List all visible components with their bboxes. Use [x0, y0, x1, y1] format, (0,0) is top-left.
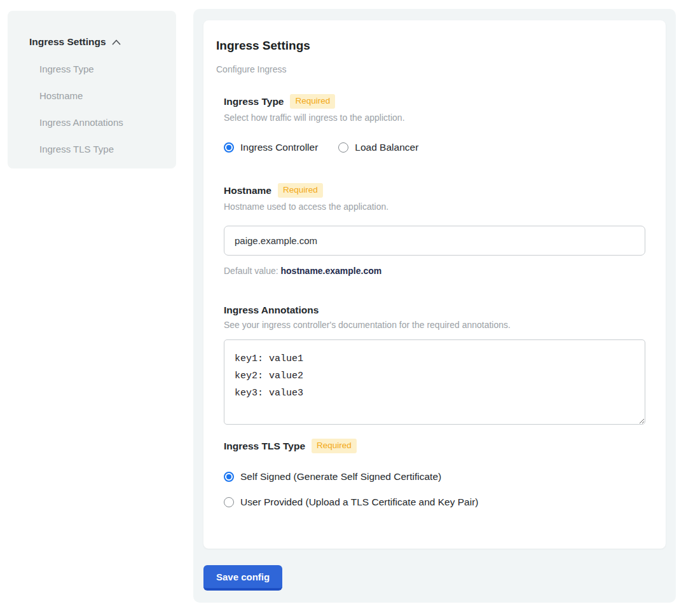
hostname-default-value: Default value: hostname.example.com: [224, 266, 645, 276]
ingress-annotations-label: Ingress Annotations: [224, 304, 319, 316]
radio-unselected-icon[interactable]: [224, 497, 234, 507]
hostname-input[interactable]: [224, 226, 645, 256]
sidebar-item-hostname[interactable]: Hostname: [29, 91, 163, 101]
required-badge: Required: [312, 439, 357, 453]
ingress-tls-type-section: Ingress TLS Type Required Self Signed (G…: [224, 439, 645, 508]
hostname-label: Hostname: [224, 184, 271, 196]
ingress-type-section: Ingress Type Required Select how traffic…: [224, 94, 645, 153]
settings-sidebar: Ingress Settings Ingress Type Hostname I…: [8, 11, 176, 168]
sidebar-item-ingress-annotations[interactable]: Ingress Annotations: [29, 118, 163, 128]
radio-unselected-icon[interactable]: [338, 142, 348, 153]
radio-label[interactable]: Load Balancer: [355, 142, 418, 153]
radio-label[interactable]: Ingress Controller: [240, 142, 318, 153]
radio-option-self-signed[interactable]: Self Signed (Generate Self Signed Certif…: [224, 471, 645, 483]
chevron-up-icon: [112, 39, 121, 45]
hostname-help: Hostname used to access the application.: [224, 202, 645, 212]
ingress-tls-type-label: Ingress TLS Type: [224, 440, 305, 452]
ingress-type-label: Ingress Type: [224, 95, 284, 107]
ingress-annotations-section: Ingress Annotations See your ingress con…: [224, 304, 645, 425]
sidebar-item-ingress-type[interactable]: Ingress Type: [29, 64, 163, 74]
required-badge: Required: [278, 183, 323, 198]
page-title: Ingress Settings: [216, 38, 653, 53]
sidebar-section-ingress-settings[interactable]: Ingress Settings: [29, 36, 163, 48]
ingress-annotations-help: See your ingress controller's documentat…: [224, 320, 645, 330]
ingress-annotations-textarea[interactable]: key1: value1 key2: value2 key3: value3: [224, 339, 645, 425]
sidebar-item-list: Ingress Type Hostname Ingress Annotation…: [29, 64, 163, 154]
radio-option-user-provided[interactable]: User Provided (Upload a TLS Certificate …: [224, 496, 645, 508]
ingress-type-help: Select how traffic will ingress to the a…: [224, 113, 645, 123]
required-badge: Required: [290, 94, 335, 109]
hostname-section: Hostname Required Hostname used to acces…: [224, 183, 645, 276]
default-value-prefix: Default value:: [224, 266, 278, 276]
save-config-button[interactable]: Save config: [203, 565, 282, 591]
radio-selected-icon[interactable]: [224, 472, 234, 482]
ingress-settings-card: Ingress Settings Configure Ingress Ingre…: [203, 20, 666, 549]
ingress-settings-panel: Ingress Settings Configure Ingress Ingre…: [193, 9, 676, 603]
radio-selected-icon[interactable]: [224, 142, 234, 153]
radio-option-load-balancer[interactable]: Load Balancer: [338, 142, 418, 153]
page-subtitle: Configure Ingress: [216, 64, 653, 74]
ingress-tls-type-radio-group: Self Signed (Generate Self Signed Certif…: [224, 471, 645, 508]
radio-label[interactable]: Self Signed (Generate Self Signed Certif…: [240, 471, 441, 483]
radio-option-ingress-controller[interactable]: Ingress Controller: [224, 142, 318, 153]
radio-label[interactable]: User Provided (Upload a TLS Certificate …: [240, 496, 478, 508]
sidebar-item-ingress-tls-type[interactable]: Ingress TLS Type: [29, 144, 163, 154]
sidebar-section-title: Ingress Settings: [29, 36, 106, 48]
default-value-text: hostname.example.com: [281, 266, 382, 276]
ingress-type-radio-group: Ingress Controller Load Balancer: [224, 142, 645, 153]
